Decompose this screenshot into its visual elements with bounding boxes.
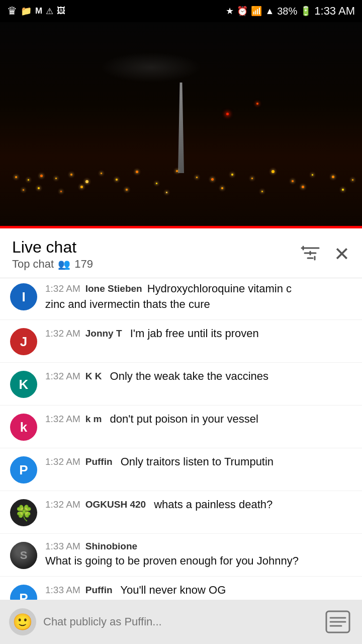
chat-meta: 1:32 AM Puffin Only traitors listen to T… (45, 455, 352, 468)
chat-meta: 1:33 AM Shinobione (45, 541, 352, 552)
chat-username: k m (85, 414, 102, 425)
chat-input-area: 🙂 (0, 600, 362, 644)
avatar: S (10, 542, 37, 569)
emoji-button[interactable]: 🙂 (9, 608, 36, 635)
chat-header-info: Live chat Top chat 👥 179 (12, 237, 93, 271)
list-item: k 1:32 AM k m don't put poison in your v… (0, 406, 362, 448)
chat-header-actions: ✕ (301, 245, 350, 264)
chat-message: zinc and ivermectin thats the cure (45, 297, 352, 312)
chat-username: Shinobione (85, 541, 137, 552)
chat-content: 1:32 AM Ione Stieben Hydroxychloroquine … (45, 282, 352, 312)
chat-text-input[interactable] (43, 608, 316, 635)
signal-icon: ▲ (265, 6, 274, 17)
alarm-icon: ⏰ (237, 6, 248, 17)
list-item: S 1:33 AM Shinobione What is going to be… (0, 534, 362, 577)
chat-content: 1:32 AM OGKUSH 420 whats a painless deat… (45, 498, 352, 511)
image-icon: 🖼 (57, 6, 65, 16)
chat-message-inline: Only the weak take the vaccines (107, 370, 268, 383)
chat-message-inline: don't put poison in your vessel (107, 413, 258, 426)
chat-meta: 1:32 AM OGKUSH 420 whats a painless deat… (45, 498, 352, 511)
chat-meta: 1:32 AM K K Only the weak take the vacci… (45, 370, 352, 383)
chat-message-inline: I'm jab free until its proven (127, 327, 259, 340)
chat-list: I 1:32 AM Ione Stieben Hydroxychloroquin… (0, 278, 362, 644)
chat-content: 1:33 AM Shinobione What is going to be p… (45, 541, 352, 569)
superchat-button[interactable] (323, 608, 353, 635)
status-bar-left: ♛ 📁 M ⚠ 🖼 (7, 5, 65, 18)
people-icon: 👥 (58, 258, 70, 270)
chat-meta: 1:32 AM Ione Stieben Hydroxychloroquine … (45, 282, 352, 295)
close-button[interactable]: ✕ (334, 245, 350, 264)
chat-message: What is going to be proven enough for yo… (45, 553, 352, 569)
chat-username: Puffin (85, 456, 113, 467)
list-item: K 1:32 AM K K Only the weak take the vac… (0, 363, 362, 406)
filter-icon (301, 245, 320, 262)
battery-percentage: 38% (277, 6, 297, 17)
video-background (0, 22, 362, 228)
chat-username: K K (85, 371, 102, 382)
chat-time: 1:32 AM (45, 499, 80, 510)
chat-time: 1:33 AM (45, 541, 80, 552)
folder-icon: 📁 (21, 6, 32, 17)
chat-meta: 1:33 AM Puffin You'll never know OG (45, 584, 352, 597)
chat-content: 1:32 AM k m don't put poison in your ves… (45, 413, 352, 426)
live-chat-title: Live chat (12, 237, 93, 257)
list-item: P 1:32 AM Puffin Only traitors listen to… (0, 448, 362, 491)
chat-time: 1:32 AM (45, 456, 80, 467)
chat-content: 1:32 AM Jonny T I'm jab free until its p… (45, 327, 352, 340)
chat-time: 1:32 AM (45, 371, 80, 382)
chat-header-subtitle: Top chat 👥 179 (12, 258, 93, 271)
chat-content: 1:33 AM Puffin You'll never know OG (45, 584, 352, 597)
chat-username: Puffin (85, 585, 113, 596)
superchat-icon (325, 610, 350, 633)
chat-time: 1:32 AM (45, 414, 80, 425)
video-player[interactable] (0, 22, 362, 228)
chat-username: Jonny T (85, 328, 122, 339)
emoji-icon: 🙂 (13, 612, 33, 631)
m-icon: M (35, 6, 42, 16)
battery-icon: 🔋 (300, 6, 311, 17)
warning-icon: ⚠ (46, 6, 53, 17)
filter-button[interactable] (301, 245, 320, 264)
avatar: P (10, 456, 37, 484)
avatar: I (10, 283, 37, 310)
list-item: 🍀 1:32 AM OGKUSH 420 whats a painless de… (0, 491, 362, 534)
chat-header: Live chat Top chat 👥 179 ✕ (0, 228, 362, 278)
red-accent-bar (0, 226, 362, 228)
chat-time: 1:33 AM (45, 585, 80, 596)
status-bar-right: ★ ⏰ 📶 ▲ 38% 🔋 1:33 AM (226, 5, 355, 18)
avatar: 🍀 (10, 499, 37, 526)
chat-message-inline: You'll never know OG (118, 584, 226, 597)
wifi-icon: 📶 (251, 6, 262, 17)
avatar: J (10, 328, 37, 355)
viewer-count: 179 (74, 258, 93, 271)
chat-message-inline: whats a painless death? (151, 498, 273, 511)
chat-username: Ione Stieben (85, 283, 142, 294)
avatar: k (10, 414, 37, 441)
chat-meta: 1:32 AM Jonny T I'm jab free until its p… (45, 327, 352, 340)
list-item: I 1:32 AM Ione Stieben Hydroxychloroquin… (0, 278, 362, 320)
list-item: J 1:32 AM Jonny T I'm jab free until its… (0, 320, 362, 363)
chat-username: OGKUSH 420 (85, 499, 146, 510)
time-display: 1:33 AM (314, 5, 355, 18)
status-bar: ♛ 📁 M ⚠ 🖼 ★ ⏰ 📶 ▲ 38% 🔋 1:33 AM (0, 0, 362, 22)
chat-message-inline: Only traitors listen to Trumputin (118, 455, 274, 468)
chat-content: 1:32 AM K K Only the weak take the vacci… (45, 370, 352, 383)
chat-message-inline: Hydroxychloroquine vitamin c (147, 282, 292, 295)
top-chat-label: Top chat (12, 258, 54, 271)
crown-icon: ♛ (7, 5, 17, 18)
chat-time: 1:32 AM (45, 328, 80, 339)
chat-time: 1:32 AM (45, 283, 80, 294)
avatar: K (10, 371, 37, 398)
chat-meta: 1:32 AM k m don't put poison in your ves… (45, 413, 352, 426)
chat-content: 1:32 AM Puffin Only traitors listen to T… (45, 455, 352, 468)
bluetooth-icon: ★ (226, 6, 234, 17)
